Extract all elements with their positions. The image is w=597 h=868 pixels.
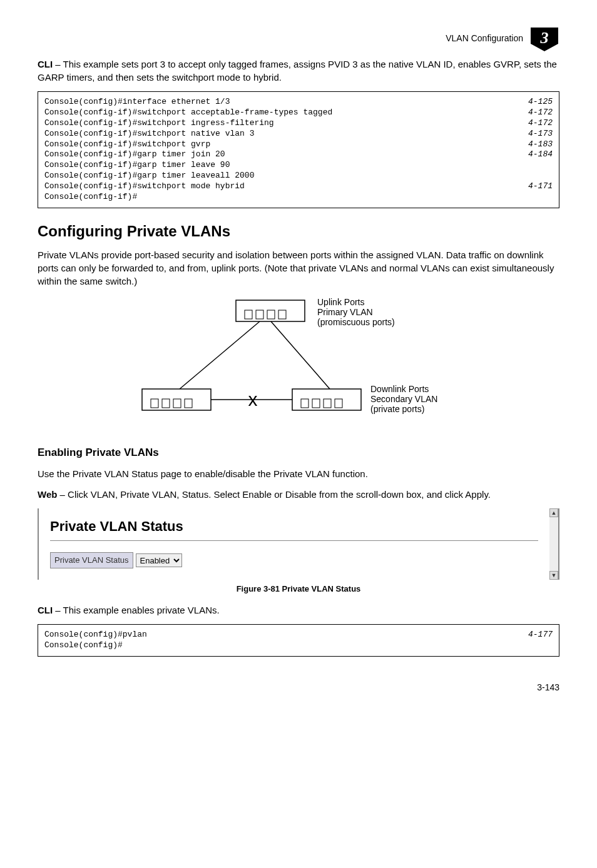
uplink-label-2: Primary VLAN [317, 307, 373, 317]
uplink-label-3: (promiscuous ports) [317, 317, 395, 327]
svg-rect-10 [173, 399, 181, 408]
svg-rect-3 [267, 310, 275, 319]
svg-rect-4 [278, 310, 286, 319]
screenshot-panel: ▲ ▼ Private VLAN Status Private VLAN Sta… [38, 508, 559, 580]
section-title: VLAN Configuration [446, 33, 523, 45]
scroll-down-icon[interactable]: ▼ [549, 571, 558, 580]
section-paragraph: Private VLANs provide port-based securit… [38, 248, 559, 288]
web-text: – Click VLAN, Private VLAN, Status. Sele… [57, 489, 491, 500]
cli-code-block-2: Console(config)#pvlan4-177Console(config… [38, 624, 559, 657]
section-heading: Configuring Private VLANs [38, 221, 559, 242]
divider [50, 540, 538, 541]
svg-rect-9 [162, 399, 170, 408]
uplink-label-1: Uplink Ports [317, 297, 364, 307]
web-prefix: Web [38, 489, 57, 500]
cli-text: – This example sets port 3 to accept onl… [38, 59, 557, 83]
cli-prefix: CLI [38, 59, 53, 69]
subsection-paragraph: Use the Private VLAN Status page to enab… [38, 467, 559, 480]
cli-code-block-1: Console(config)#interface ethernet 1/34-… [38, 91, 559, 208]
svg-line-6 [271, 321, 330, 389]
web-paragraph: Web – Click VLAN, Private VLAN, Status. … [38, 488, 559, 501]
svg-rect-8 [151, 399, 158, 408]
scroll-up-icon[interactable]: ▲ [549, 508, 558, 517]
svg-rect-17 [335, 399, 342, 408]
figure-caption: Figure 3-81 Private VLAN Status [38, 583, 559, 595]
page-number: 3-143 [38, 682, 559, 694]
cli-paragraph-2: CLI – This example enables private VLANs… [38, 603, 559, 617]
page-header: VLAN Configuration 3 [38, 25, 559, 53]
x-mark: x [248, 389, 258, 410]
status-field-label: Private VLAN Status [50, 552, 133, 568]
status-select[interactable]: Enabled [136, 553, 182, 567]
svg-rect-16 [324, 399, 331, 408]
svg-rect-15 [312, 399, 320, 408]
svg-rect-11 [185, 399, 192, 408]
screenshot-title: Private VLAN Status [50, 517, 538, 537]
cli-text-2: – This example enables private VLANs. [53, 605, 220, 615]
svg-rect-1 [245, 310, 252, 319]
subsection-heading: Enabling Private VLANs [38, 445, 559, 460]
status-row: Private VLAN Status Enabled [50, 552, 538, 568]
downlink-label-1: Downlink Ports [370, 384, 429, 394]
downlink-label-3: (private ports) [370, 404, 424, 414]
svg-rect-14 [301, 399, 309, 408]
chapter-badge: 3 [529, 25, 559, 53]
cli-prefix-2: CLI [38, 605, 53, 615]
vlan-diagram: Uplink Ports Primary VLAN (promiscuous p… [123, 295, 474, 433]
cli-intro-paragraph: CLI – This example sets port 3 to accept… [38, 58, 559, 84]
downlink-label-2: Secondary VLAN [370, 394, 437, 404]
svg-line-5 [180, 321, 260, 389]
svg-rect-2 [256, 310, 263, 319]
chapter-number: 3 [541, 27, 549, 49]
